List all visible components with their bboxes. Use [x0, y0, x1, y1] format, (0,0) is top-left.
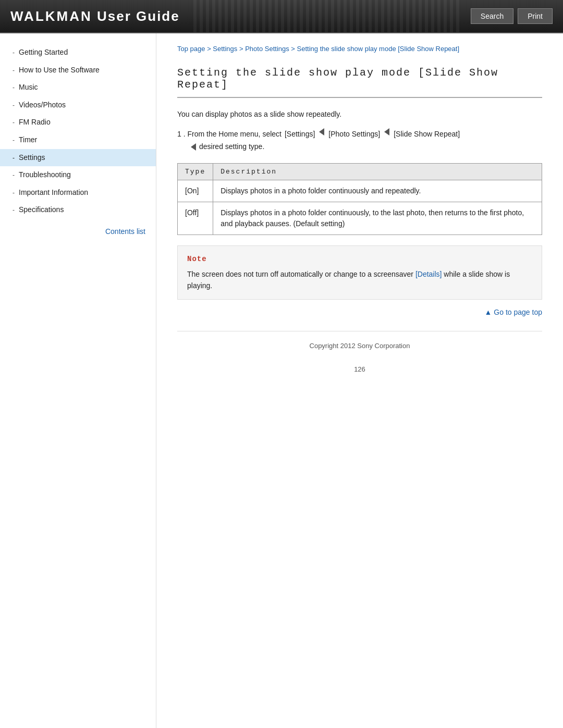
header-decoration	[190, 0, 460, 32]
settings-table: Type Description [On] Displays photos in…	[177, 163, 542, 235]
bullet-icon: -	[13, 118, 15, 127]
sidebar-item-label: Timer	[19, 135, 37, 145]
step-1-line2: desired setting type.	[190, 141, 542, 153]
sidebar-item-videos-photos[interactable]: - Videos/Photos	[0, 96, 156, 114]
sidebar-item-settings[interactable]: - Settings	[0, 149, 156, 167]
print-button[interactable]: Print	[518, 8, 553, 24]
bullet-icon: -	[13, 66, 15, 75]
step-photo-bracket: [Photo Settings]	[328, 128, 380, 141]
table-row: [On] Displays photos in a photo folder c…	[178, 180, 542, 202]
step-1-line1: 1 . From the Home menu, select [Settings…	[177, 128, 542, 141]
breadcrumb-current[interactable]: Setting the slide show play mode [Slide …	[297, 45, 459, 53]
contents-list-link[interactable]: Contents list	[0, 219, 156, 236]
sidebar-item-label: How to Use the Software	[19, 65, 100, 76]
step-prefix: 1 . From the Home menu, select	[177, 128, 282, 141]
bullet-icon: -	[13, 136, 15, 145]
note-title: Note	[187, 253, 532, 265]
sidebar-item-label: Videos/Photos	[19, 100, 66, 110]
arrow-icon-2	[384, 128, 389, 135]
step-suffix: desired setting type.	[199, 141, 264, 153]
table-cell-desc-on: Displays photos in a photo folder contin…	[213, 180, 542, 202]
copyright-text: Copyright 2012 Sony Corporation	[310, 342, 410, 350]
breadcrumb-top-page[interactable]: Top page	[177, 45, 205, 53]
col-type-header: Type	[178, 164, 213, 180]
sidebar: - Getting Started - How to Use the Softw…	[0, 33, 156, 728]
sidebar-item-label: Specifications	[19, 205, 64, 215]
arrow-icon-1	[319, 128, 324, 135]
table-cell-desc-off: Displays photos in a photo folder contin…	[213, 202, 542, 235]
header: WALKMAN User Guide Search Print	[0, 0, 563, 33]
sidebar-item-getting-started[interactable]: - Getting Started	[0, 44, 156, 61]
sidebar-item-how-to-use[interactable]: - How to Use the Software	[0, 61, 156, 79]
breadcrumb-sep2: >	[239, 45, 245, 53]
sidebar-item-label: Getting Started	[19, 47, 68, 58]
sidebar-item-fm-radio[interactable]: - FM Radio	[0, 114, 156, 131]
note-details-link[interactable]: [Details]	[415, 270, 442, 278]
breadcrumb-sep3: >	[291, 45, 297, 53]
table-header-row: Type Description	[178, 164, 542, 180]
sidebar-item-label: Important Information	[19, 188, 88, 198]
note-box: Note The screen does not turn off automa…	[177, 245, 542, 299]
table-cell-type-on: [On]	[178, 180, 213, 202]
sidebar-item-specifications[interactable]: - Specifications	[0, 201, 156, 219]
sidebar-item-label: Music	[19, 82, 38, 93]
header-title: WALKMAN User Guide	[10, 8, 180, 24]
main-content: Top page > Settings > Photo Settings > S…	[156, 33, 563, 728]
bullet-icon: -	[13, 171, 15, 180]
sidebar-item-music[interactable]: - Music	[0, 79, 156, 96]
go-to-top-link[interactable]: ▲Go to page top	[485, 308, 543, 316]
step-settings-bracket: [Settings]	[285, 128, 315, 141]
table-row: [Off] Displays photos in a photo folder …	[178, 202, 542, 235]
breadcrumb-settings[interactable]: Settings	[213, 45, 237, 53]
note-text-before: The screen does not turn off automatical…	[187, 270, 415, 278]
sidebar-item-important-information[interactable]: - Important Information	[0, 184, 156, 202]
step-slideshow-bracket: [Slide Show Repeat]	[394, 128, 460, 141]
arrow-icon-3	[191, 143, 196, 151]
bullet-icon: -	[13, 83, 15, 92]
page-layout: - Getting Started - How to Use the Softw…	[0, 33, 563, 728]
bullet-icon: -	[13, 206, 15, 215]
breadcrumb: Top page > Settings > Photo Settings > S…	[177, 44, 542, 54]
page-number: 126	[177, 360, 542, 378]
header-actions: Search Print	[471, 8, 553, 24]
sidebar-item-timer[interactable]: - Timer	[0, 131, 156, 149]
sidebar-item-label: Settings	[19, 153, 45, 163]
sidebar-item-troubleshooting[interactable]: - Troubleshooting	[0, 166, 156, 184]
step-1: 1 . From the Home menu, select [Settings…	[177, 128, 542, 153]
bullet-icon: -	[13, 154, 15, 163]
go-to-top-icon: ▲	[485, 308, 492, 316]
bullet-icon: -	[13, 189, 15, 198]
breadcrumb-photo-settings[interactable]: Photo Settings	[245, 45, 289, 53]
col-desc-header: Description	[213, 164, 542, 180]
sidebar-item-label: FM Radio	[19, 117, 51, 128]
footer: Copyright 2012 Sony Corporation	[177, 331, 542, 360]
breadcrumb-sep1: >	[207, 45, 213, 53]
sidebar-item-label: Troubleshooting	[19, 170, 71, 180]
page-title: Setting the slide show play mode [Slide …	[177, 67, 542, 98]
table-cell-type-off: [Off]	[178, 202, 213, 235]
bullet-icon: -	[13, 48, 15, 57]
search-button[interactable]: Search	[471, 8, 513, 24]
intro-text: You can display photos as a slide show r…	[177, 108, 542, 120]
go-to-top: ▲Go to page top	[177, 300, 542, 320]
bullet-icon: -	[13, 101, 15, 110]
